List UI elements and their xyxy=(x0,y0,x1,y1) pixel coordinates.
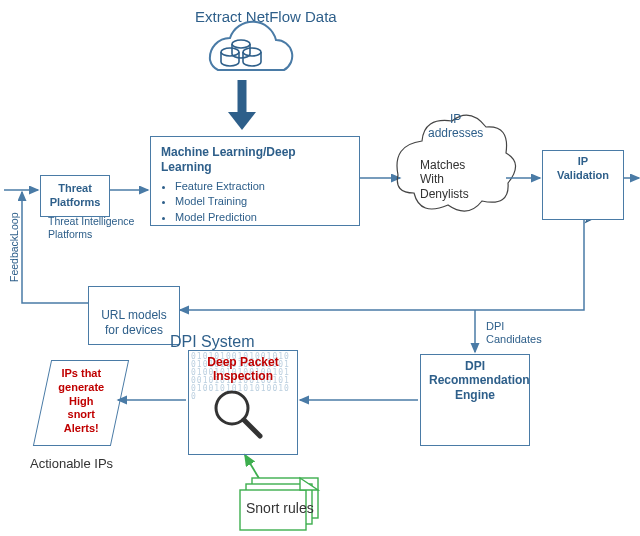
box-alerts: IPs that generate High snort Alerts! xyxy=(33,360,129,446)
label-tip: Threat Intelligence Platforms xyxy=(48,215,134,240)
svg-point-1 xyxy=(243,48,261,56)
svg-point-2 xyxy=(232,40,250,48)
label-ip-addresses: IP addresses xyxy=(428,112,483,141)
box-dpi-engine: DPI Recommendation Engine xyxy=(420,354,530,446)
title-extract-netflow: Extract NetFlow Data xyxy=(195,8,337,26)
text-dpi-engine: DPI Recommendation Engine xyxy=(429,359,521,402)
text-ip-validation: IP Validation xyxy=(551,155,615,183)
box-dpi-inspection: 0101010010100101001010100100101001010010… xyxy=(188,350,298,455)
box-ip-validation: IP Validation xyxy=(542,150,624,220)
label-dpi-system: DPI System xyxy=(170,332,254,351)
ml-bullet-1: Feature Extraction xyxy=(175,179,349,194)
text-alerts: IPs that generate High snort Alerts! xyxy=(58,367,104,436)
box-ml-dl: Machine Learning/Deep Learning Feature E… xyxy=(150,136,360,226)
text-denylist-cloud: Matches With Denylists xyxy=(420,158,469,201)
box-threat-platforms: Threat Platforms xyxy=(40,175,110,217)
label-snort-rules: Snort rules xyxy=(246,500,314,517)
text-url-models: URL models for devices xyxy=(101,308,167,337)
svg-point-0 xyxy=(221,48,239,56)
ml-bullet-2: Model Training xyxy=(175,194,349,209)
ml-title: Machine Learning/Deep Learning xyxy=(161,145,349,175)
ml-bullet-3: Model Prediction xyxy=(175,210,349,225)
cloud-netflow-icon xyxy=(210,22,292,70)
label-actionable-ips: Actionable IPs xyxy=(30,456,113,472)
text-threat-platforms: Threat Platforms xyxy=(50,182,101,208)
label-dpi-candidates: DPI Candidates xyxy=(486,320,542,346)
ml-bullet-list: Feature Extraction Model Training Model … xyxy=(175,179,349,225)
text-dpi-inspection: Deep Packet Inspection xyxy=(189,355,297,383)
label-feedback-loop: FeedbackLoop xyxy=(8,213,21,282)
box-url-models: URL models for devices xyxy=(88,286,180,345)
